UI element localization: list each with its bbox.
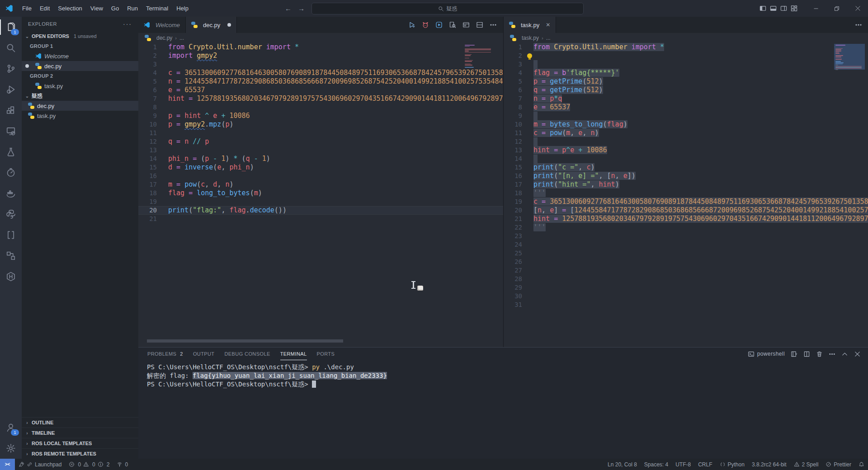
nav-back-icon[interactable]: ←	[285, 5, 292, 12]
horizontal-scrollbar[interactable]	[147, 339, 343, 343]
code-line: 25	[504, 249, 868, 258]
menu-view[interactable]: View	[86, 5, 107, 12]
panel-right-icon[interactable]	[780, 5, 787, 12]
section-ros-local-templates[interactable]: ›ROS LOCAL TEMPLATES	[22, 438, 138, 448]
breadcrumb[interactable]: task.py›...	[504, 33, 868, 43]
sidebar-more-actions-icon[interactable]: ···	[123, 20, 132, 28]
folder-header[interactable]: ⌄ 疑惑	[22, 91, 138, 101]
minimap[interactable]	[835, 44, 864, 82]
status-crlf[interactable]: CRLF	[694, 459, 716, 470]
activity-account-icon[interactable]: 1	[0, 417, 22, 438]
split-editor-icon[interactable]	[476, 21, 483, 28]
more-actions-icon[interactable]	[855, 21, 862, 28]
minimize-button[interactable]	[806, 0, 826, 17]
run-python-dropdown-icon[interactable]	[408, 21, 415, 28]
tree-item-task-py[interactable]: task.py	[22, 111, 138, 121]
minimap[interactable]	[464, 44, 493, 70]
restore-button[interactable]	[826, 0, 847, 17]
activity-explorer-icon[interactable]: 1	[0, 17, 22, 38]
activity-docker-icon[interactable]	[0, 183, 22, 204]
open-editor-item-welcome[interactable]: Welcome	[22, 51, 138, 61]
section-ros-remote-templates[interactable]: ›ROS REMOTE TEMPLATES	[22, 448, 138, 459]
open-editors-group-label: GROUP 1	[22, 41, 138, 51]
activity-python-ext-icon[interactable]	[0, 204, 22, 225]
terminal-content[interactable]: PS C:\Users\HelloCTF_OS\Desktop\nsctf\疑惑…	[138, 360, 868, 389]
status-spaces-4[interactable]: Spaces: 4	[641, 459, 672, 470]
open-editor-item-task-py[interactable]: task.py	[22, 81, 138, 91]
panel-split-icon[interactable]	[803, 351, 810, 357]
more-actions-icon[interactable]	[490, 21, 497, 28]
activity-hexagon-h-icon[interactable]	[0, 266, 22, 287]
unsaved-count: 1 unsaved	[74, 33, 97, 39]
activity-run-debug-icon[interactable]	[0, 79, 22, 100]
code-line: 15d = inverse(e, phi_n)	[138, 163, 503, 172]
status-ln-20-col-8[interactable]: Ln 20, Col 8	[604, 459, 641, 470]
code-editor[interactable]: 1from Crypto.Util.number import *2import…	[138, 43, 503, 347]
lightbulb-icon[interactable]	[527, 53, 532, 58]
panel-split-dropdown-icon[interactable]	[791, 351, 797, 357]
tab-welcome[interactable]: Welcome	[138, 17, 186, 33]
panel-more-icon[interactable]	[829, 351, 835, 357]
activity-settings-gear-icon[interactable]	[0, 438, 22, 459]
chevron-down-icon: ⌄	[24, 34, 30, 39]
close-tab-icon[interactable]: ✕	[546, 22, 550, 28]
search-preview-icon[interactable]	[449, 21, 456, 28]
status-2-spell[interactable]: 2 Spell	[790, 459, 822, 470]
activity-remote-explorer-icon[interactable]	[0, 121, 22, 141]
menu-run[interactable]: Run	[123, 5, 142, 12]
panel-tab-output[interactable]: OUTPUT	[193, 348, 215, 360]
status-bell[interactable]	[855, 459, 868, 470]
open-preview-icon[interactable]	[462, 21, 470, 28]
activity-search-icon[interactable]	[0, 38, 22, 58]
panel-trash-icon[interactable]	[816, 351, 823, 357]
panel-close-icon[interactable]	[854, 351, 861, 357]
close-window-button[interactable]	[847, 0, 868, 17]
nav-forward-icon[interactable]: →	[298, 5, 305, 12]
codegeex-cat-icon[interactable]	[422, 21, 429, 28]
code-line: 2	[504, 52, 868, 60]
breadcrumb[interactable]: dec.py›...	[138, 33, 503, 43]
activity-brackets-icon[interactable]	[0, 225, 22, 245]
code-editor[interactable]: 1from Crypto.Util.number import *234flag…	[504, 43, 868, 347]
menu-help[interactable]: Help	[172, 5, 193, 12]
menu-go[interactable]: Go	[107, 5, 123, 12]
status-utf-8[interactable]: UTF-8	[672, 459, 694, 470]
activity-source-control-icon[interactable]	[0, 58, 22, 79]
status-prettier[interactable]: Prettier	[822, 459, 855, 470]
problems-status[interactable]: 0 0 2	[65, 459, 113, 470]
activity-test-beaker-icon[interactable]	[0, 141, 22, 162]
panel-tab-debug-console[interactable]: DEBUG CONSOLE	[225, 348, 270, 360]
run-cell-icon[interactable]	[435, 21, 443, 28]
command-center-search[interactable]: 疑惑	[311, 3, 584, 14]
remote-indicator[interactable]: ><	[0, 459, 15, 470]
panel-maximize-icon[interactable]	[841, 351, 848, 357]
tab-dec-py[interactable]: dec.py	[186, 17, 237, 33]
section-timeline[interactable]: ›TIMELINE	[22, 428, 138, 438]
menu-file[interactable]: File	[18, 5, 36, 12]
menu-terminal[interactable]: Terminal	[142, 5, 172, 12]
open-editors-header[interactable]: ⌄ OPEN EDITORS 1 unsaved	[22, 31, 138, 41]
menu-edit[interactable]: Edit	[36, 5, 54, 12]
open-editor-item-dec-py[interactable]: dec.py	[22, 61, 138, 71]
status-3-8-2rc2-64-bit[interactable]: 3.8.2rc2 64-bit	[748, 459, 790, 470]
bottom-panel: PROBLEMS2OUTPUTDEBUG CONSOLETERMINALPORT…	[138, 347, 868, 459]
tab-task-py[interactable]: task.py✕	[504, 17, 556, 33]
section-outline[interactable]: ›OUTLINE	[22, 417, 138, 428]
code-line: 3	[138, 60, 503, 69]
panel-bottom-icon[interactable]	[770, 5, 777, 12]
activity-project-nodes-icon[interactable]	[0, 245, 22, 266]
layout-grid-icon[interactable]	[791, 5, 797, 12]
activity-extensions-icon[interactable]	[0, 100, 22, 121]
panel-tab-problems[interactable]: PROBLEMS2	[147, 348, 183, 360]
status-python[interactable]: Python	[716, 459, 748, 470]
panel-tab-ports[interactable]: PORTS	[317, 348, 335, 360]
panel-left-icon[interactable]	[760, 5, 766, 12]
panel-tab-terminal[interactable]: TERMINAL	[280, 348, 307, 360]
activity-timer-icon[interactable]	[0, 162, 22, 183]
tree-item-dec-py[interactable]: dec.py	[22, 101, 138, 111]
ports-status[interactable]: 0	[113, 459, 132, 470]
menu-selection[interactable]: Selection	[54, 5, 86, 12]
code-line: 5p = getPrime(512)	[504, 77, 868, 86]
launchpad-item[interactable]: Launchpad	[15, 459, 65, 470]
terminal-shell-selector[interactable]: powershell	[748, 351, 785, 357]
